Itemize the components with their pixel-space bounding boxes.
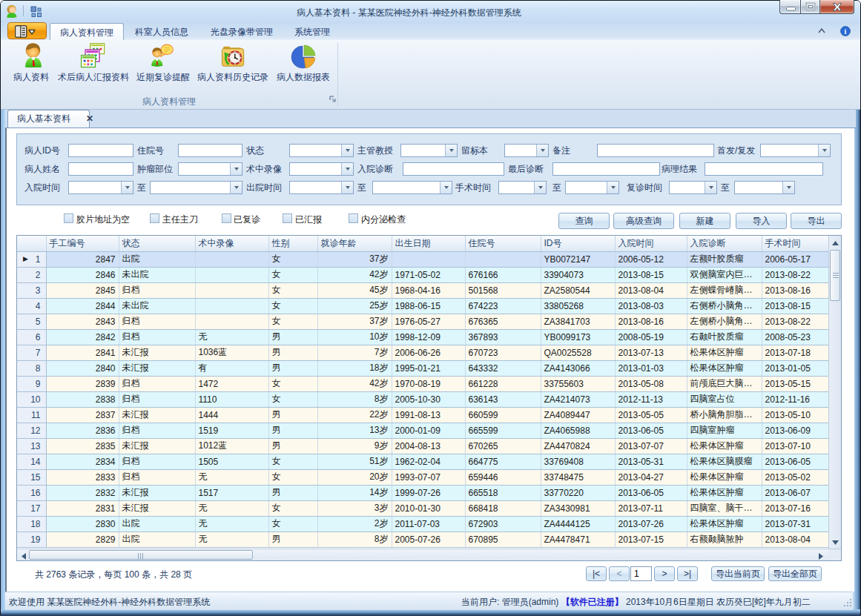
- svg-text:i: i: [845, 27, 847, 36]
